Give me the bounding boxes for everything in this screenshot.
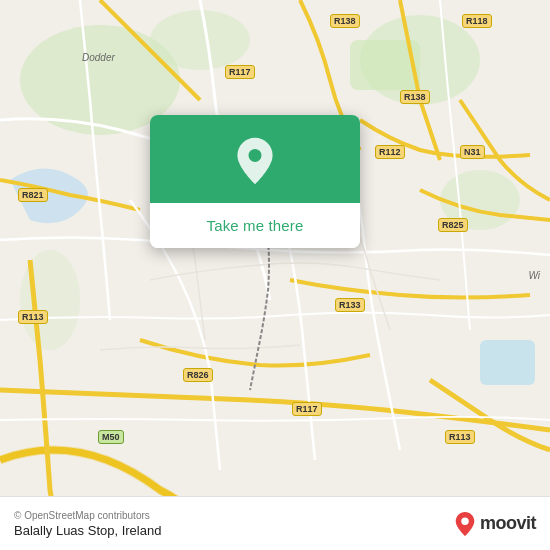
place-label-wi: Wi — [528, 270, 540, 281]
svg-rect-7 — [480, 340, 535, 385]
road-badge-R113-left: R113 — [18, 310, 48, 324]
road-badge-R112: R112 — [375, 145, 405, 159]
road-badge-R117-bot: R117 — [292, 402, 322, 416]
road-badge-N31: N31 — [460, 145, 485, 159]
osm-attribution: © OpenStreetMap contributors — [14, 510, 161, 521]
svg-point-5 — [150, 10, 250, 70]
svg-point-9 — [461, 517, 468, 524]
location-name: Balally Luas Stop, Ireland — [14, 523, 161, 538]
road-badge-R821: R821 — [18, 188, 48, 202]
place-label-dodder: Dodder — [82, 52, 115, 63]
road-badge-R117-top: R117 — [225, 65, 255, 79]
moovit-pin-icon — [454, 511, 476, 537]
take-me-there-button[interactable]: Take me there — [150, 203, 360, 248]
popup-card: Take me there — [150, 115, 360, 248]
road-badge-R138-top: R138 — [330, 14, 360, 28]
road-badge-R118: R118 — [462, 14, 492, 28]
road-badge-R133: R133 — [335, 298, 365, 312]
road-badge-R826: R826 — [183, 368, 213, 382]
road-badge-R825: R825 — [438, 218, 468, 232]
bottom-bar: © OpenStreetMap contributors Balally Lua… — [0, 496, 550, 550]
moovit-text: moovit — [480, 513, 536, 534]
location-pin-icon — [233, 139, 277, 183]
road-badge-R113-bot: R113 — [445, 430, 475, 444]
map-container: R138 R118 R117 R138 R112 N31 R821 R825 R… — [0, 0, 550, 550]
road-badge-M50: M50 — [98, 430, 124, 444]
moovit-logo: moovit — [454, 511, 536, 537]
svg-point-8 — [249, 149, 262, 162]
bottom-bar-info: © OpenStreetMap contributors Balally Lua… — [14, 510, 161, 538]
road-badge-R138-mid: R138 — [400, 90, 430, 104]
popup-card-header — [150, 115, 360, 203]
map-background — [0, 0, 550, 550]
